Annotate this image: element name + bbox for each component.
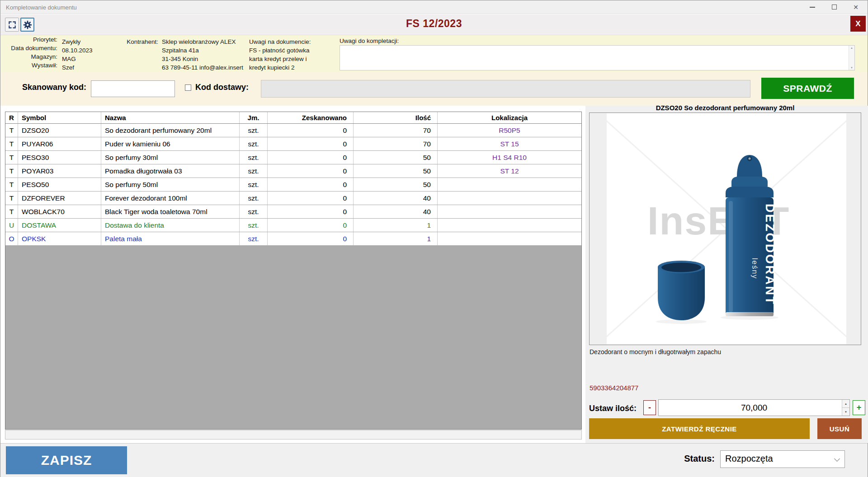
column-header-2: Nazwa	[101, 112, 240, 123]
spinner-down-icon: ▼	[844, 411, 847, 413]
cell-symbol: DZFOREVER	[18, 192, 101, 205]
magazyn-value: MAG	[62, 55, 93, 63]
spinner-up-icon: ▲	[844, 402, 847, 405]
quantity-plus-button[interactable]: +	[853, 400, 865, 415]
minimize-button[interactable]	[802, 0, 822, 14]
column-header-5: Ilość	[354, 112, 438, 123]
cell-lokalizacja	[438, 178, 581, 191]
delivery-code-input[interactable]	[261, 80, 750, 98]
delivery-code-checkbox[interactable]	[185, 84, 191, 91]
save-button[interactable]: ZAPISZ	[6, 446, 127, 474]
table-row[interactable]: OOPKSKPaleta małaszt.01	[5, 232, 581, 246]
table-horizontal-scrollbar[interactable]	[5, 430, 582, 440]
delete-button[interactable]: USUŃ	[817, 418, 862, 439]
cell-symbol: DOSTAWA	[18, 219, 101, 232]
data-dokumentu-value: 08.10.2023	[62, 46, 93, 55]
cell-zeskanowano: 0	[268, 164, 354, 178]
cell-jm: szt.	[240, 164, 268, 178]
cell-r: T	[5, 192, 18, 205]
info-values-column: Zwykły 08.10.2023 MAG Szef	[62, 37, 93, 72]
kontrahent-street: Szpitalna 41a	[162, 46, 243, 55]
scroll-down-icon: ▼	[850, 66, 853, 69]
spinner-down-button[interactable]: ▼	[842, 408, 849, 416]
cell-jm: szt.	[240, 205, 268, 218]
textarea-scrollbar[interactable]: ▲ ▼	[849, 46, 854, 70]
spinner-up-button[interactable]: ▲	[842, 400, 849, 408]
table-row[interactable]: TDZSO20So dezodorant perfumowany 20mlszt…	[5, 124, 581, 137]
cell-nazwa: Pomadka długotrwała 03	[101, 164, 240, 178]
cell-r: T	[5, 205, 18, 218]
document-notes-line: kredyt kupiecki 2	[249, 63, 311, 72]
cell-ilo: 70	[354, 124, 438, 137]
cell-jm: szt.	[240, 124, 268, 137]
cell-ilo: 70	[354, 137, 438, 150]
minimize-icon	[810, 7, 815, 8]
wystawil-label: Wystawił:	[0, 61, 57, 70]
picking-notes-label: Uwagi do kompletacji:	[340, 37, 399, 45]
chevron-down-icon	[834, 456, 840, 462]
table-row[interactable]: TPESO50So perfumy 50mlszt.050	[5, 178, 581, 192]
bottle-label-text: DEZODORANT	[763, 204, 777, 306]
document-notes-line: FS - płatność gotówka	[249, 46, 311, 55]
cell-lokalizacja	[438, 192, 581, 205]
quantity-minus-button[interactable]: -	[643, 400, 656, 415]
picking-notes-textarea[interactable]: ▲ ▼	[340, 45, 855, 70]
product-description: Dezodorant o mocnym i długotrwałym zapac…	[590, 348, 721, 355]
cell-r: T	[5, 137, 18, 150]
cell-nazwa: Black Tiger woda toaletowa 70ml	[101, 205, 240, 218]
cell-nazwa: So perfumy 30ml	[101, 151, 240, 164]
column-header-4: Zeskanowano	[268, 112, 354, 123]
cell-lokalizacja: ST 15	[438, 137, 581, 150]
close-icon: ✕	[853, 4, 859, 11]
column-header-3: Jm.	[240, 112, 268, 123]
quantity-spinner: ▲ ▼	[842, 400, 849, 416]
cell-lokalizacja	[438, 219, 581, 232]
data-dokumentu-label: Data dokumentu:	[0, 44, 57, 52]
table-row[interactable]: TPESO30So perfumy 30mlszt.050H1 S4 R10	[5, 151, 581, 164]
window-close-button[interactable]: ✕	[846, 0, 866, 14]
status-select[interactable]: Rozpoczęta	[720, 450, 845, 468]
table-row[interactable]: TPOYAR03Pomadka długotrwała 03szt.050ST …	[5, 164, 581, 178]
items-table: RSymbolNazwaJm.ZeskanowanoIlośćLokalizac…	[5, 112, 582, 430]
cell-zeskanowano: 0	[268, 151, 354, 164]
column-header-1: Symbol	[18, 112, 101, 123]
product-title: DZSO20 So dezodorant perfumowany 20ml	[589, 104, 861, 112]
cell-r: O	[5, 232, 18, 245]
cell-ilo: 50	[354, 151, 438, 164]
document-notes-label: Uwagi na dokumencie:	[249, 37, 311, 46]
cell-lokalizacja: R50P5	[438, 124, 581, 137]
scanned-code-input[interactable]	[91, 80, 175, 97]
column-header-6: Lokalizacja	[438, 112, 581, 123]
table-row[interactable]: UDOSTAWADostawa do klientaszt.01	[5, 219, 581, 232]
priorytet-value: Zwykły	[62, 37, 93, 46]
scroll-up-icon: ▲	[850, 47, 853, 49]
table-row[interactable]: TPUYAR06Puder w kamieniu 06szt.070ST 15	[5, 137, 581, 151]
document-info-panel: Priorytet: Data dokumentu: Magazyn: Wyst…	[0, 35, 868, 72]
kontrahent-values: Sklep wielobranżowy ALEX Szpitalna 41a 3…	[162, 37, 243, 72]
approve-manually-button[interactable]: ZATWIERDŹ RĘCZNIE	[589, 418, 810, 439]
cell-ilo: 50	[354, 164, 438, 178]
cell-symbol: WOBLACK70	[18, 205, 101, 218]
cell-ilo: 40	[354, 205, 438, 218]
kontrahent-name: Sklep wielobranżowy ALEX	[162, 37, 243, 46]
wystawil-value: Szef	[62, 63, 93, 72]
table-row[interactable]: TDZFOREVERForever dezodorant 100mlszt.04…	[5, 192, 581, 205]
priorytet-label: Priorytet:	[0, 35, 57, 44]
bottle-variant-text: leśny	[751, 258, 759, 279]
cell-zeskanowano: 0	[268, 205, 354, 218]
set-quantity-label: Ustaw ilość:	[589, 404, 637, 413]
close-document-button[interactable]: X	[850, 16, 866, 32]
check-button[interactable]: SPRAWDŹ	[761, 78, 854, 99]
maximize-button[interactable]	[824, 0, 844, 14]
cell-lokalizacja: H1 S4 R10	[438, 151, 581, 164]
table-row[interactable]: TWOBLACK70Black Tiger woda toaletowa 70m…	[5, 205, 581, 219]
cell-lokalizacja	[438, 205, 581, 218]
maximize-icon	[832, 5, 837, 9]
quantity-input[interactable]: 70,000 ▲ ▼	[658, 399, 850, 416]
kontrahent-contact: 63 789-45-11 info@alex.insert	[162, 63, 243, 72]
cell-zeskanowano: 0	[268, 124, 354, 137]
product-photo: InsERT	[607, 113, 846, 344]
product-image-box: InsERT	[589, 112, 861, 345]
bottom-bar: ZAPISZ Status: Rozpoczęta	[0, 443, 868, 477]
cell-jm: szt.	[240, 151, 268, 164]
